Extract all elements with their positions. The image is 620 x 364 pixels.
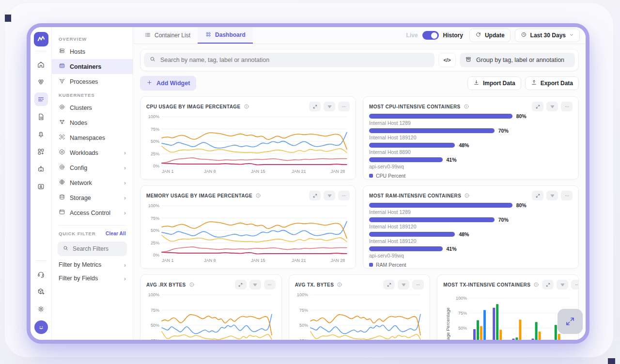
sidebar-item-label: Storage: [70, 195, 91, 201]
hosts-icon: [59, 47, 65, 56]
svg-text:25%: 25%: [151, 241, 159, 245]
add-widgets-icon[interactable]: [34, 145, 48, 158]
settings-icon[interactable]: [34, 302, 48, 316]
bar-row: 41%api-serv0-99wq: [369, 246, 573, 258]
search-bar[interactable]: [144, 53, 434, 67]
support-icon[interactable]: [34, 267, 48, 281]
live-label: Live: [406, 32, 418, 39]
sidebar-item-workloads[interactable]: Workloads›: [52, 145, 133, 160]
svg-text:25%: 25%: [151, 338, 159, 343]
bar-label: api-serv0-99wq: [369, 164, 573, 169]
query-syntax-button[interactable]: </>: [438, 53, 456, 67]
sidebar-item-label: Nodes: [70, 120, 87, 126]
identity-icon[interactable]: [34, 180, 48, 193]
app-logo: [34, 32, 48, 46]
chevron-right-icon: ›: [124, 195, 126, 201]
svg-text:50%: 50%: [458, 326, 467, 331]
sidebar-item-containers[interactable]: Containers: [52, 59, 133, 74]
svg-text:JAN 1: JAN 1: [162, 258, 174, 263]
filter-button[interactable]: [324, 102, 335, 111]
filters-icon[interactable]: [34, 92, 48, 106]
documents-icon[interactable]: [34, 110, 48, 123]
user-avatar[interactable]: [34, 320, 48, 334]
package-icon[interactable]: [34, 285, 48, 298]
date-range-dropdown[interactable]: Last 30 Days: [515, 29, 580, 42]
svg-text:100%: 100%: [148, 292, 159, 297]
decor-corner-top-left: [5, 15, 11, 22]
widget-cpu-usage: CPU USAGE BY IMAGE PERCENTAGE 0%25%50%75…: [140, 96, 356, 180]
svg-text:75%: 75%: [299, 308, 308, 313]
filter-button[interactable]: [324, 191, 335, 200]
widget-most-ram: MOST RAM-INTENSIVE CONTAINERS 80%Interna…: [363, 185, 579, 269]
sidebar-item-config[interactable]: Config›: [52, 160, 133, 175]
expand-button[interactable]: [235, 280, 247, 289]
sidebar-item-processes[interactable]: Processes: [52, 74, 133, 89]
filter-button[interactable]: [546, 191, 558, 200]
more-button[interactable]: [264, 280, 276, 289]
more-button[interactable]: [561, 102, 573, 111]
sidebar-item-clusters[interactable]: Clusters: [52, 100, 133, 115]
expand-button[interactable]: [542, 280, 554, 289]
clear-all-link[interactable]: Clear All: [106, 231, 126, 236]
tab-container-list[interactable]: Container List: [137, 27, 198, 44]
refresh-icon: [475, 31, 481, 39]
memory-usage-line-chart: 0%25%50%75%100%JAN 1JAN 8JAN 15JAN 21JAN…: [146, 202, 350, 265]
sidebar-item-filter-by-metrics[interactable]: Filter by Metrics›: [52, 258, 133, 272]
export-data-button[interactable]: Export Data: [525, 76, 579, 90]
import-data-button[interactable]: Import Data: [467, 76, 521, 90]
more-button[interactable]: [338, 102, 350, 111]
bar-label: Internal Host 8890: [369, 149, 573, 155]
expand-button[interactable]: [309, 191, 321, 200]
bar-value: 70%: [498, 128, 509, 134]
tab-dashboard[interactable]: Dashboard: [198, 27, 253, 44]
home-icon[interactable]: [34, 58, 48, 71]
more-button[interactable]: [561, 191, 573, 200]
legend-label: RAM Percent: [376, 262, 406, 268]
filter-button[interactable]: [249, 280, 261, 289]
containers-icon: [59, 62, 65, 71]
expand-button[interactable]: [383, 280, 395, 289]
sidebar-item-namespaces[interactable]: Namespaces: [52, 130, 133, 145]
more-button[interactable]: [571, 280, 579, 289]
group-by-selector[interactable]: Group by tag, label or annotation: [460, 53, 575, 67]
info-icon: [189, 282, 195, 288]
sidebar-item-label: Filter by Fields: [59, 275, 98, 282]
bar-value: 41%: [447, 157, 457, 163]
expand-button[interactable]: [309, 102, 321, 111]
alerts-icon[interactable]: [34, 127, 48, 141]
filter-search[interactable]: [58, 242, 127, 256]
sidebar-item-label: Network: [70, 180, 92, 186]
section-header-kubernetes: KUBERNETES: [52, 89, 133, 100]
sidebar-item-network[interactable]: Network›: [52, 175, 133, 190]
resources-icon[interactable]: [34, 75, 48, 89]
more-button[interactable]: [338, 191, 350, 200]
filter-button[interactable]: [398, 280, 409, 289]
sidebar-item-nodes[interactable]: Nodes: [52, 115, 133, 130]
live-history-toggle[interactable]: [422, 31, 439, 40]
info-icon: [533, 282, 539, 288]
legend-label: CPU Percent: [376, 173, 405, 179]
filter-button[interactable]: [546, 102, 558, 111]
search-input[interactable]: [160, 57, 429, 63]
expand-button[interactable]: [532, 191, 543, 200]
network-icon: [59, 179, 65, 187]
bar-value: 70%: [498, 217, 509, 223]
expand-dashboard-button[interactable]: [558, 309, 583, 334]
svg-text:50%: 50%: [151, 228, 159, 233]
more-button[interactable]: [412, 280, 424, 289]
assistant-icon[interactable]: [34, 162, 48, 176]
clusters-icon: [59, 104, 65, 112]
tx-line-chart: 0%25%50%75%100%JAN 1JAN 8JAN 15JAN 21JAN…: [295, 291, 424, 344]
rail-top-icons: [34, 56, 48, 195]
bar-label: Internal Host 1289: [369, 120, 573, 126]
add-widget-button[interactable]: Add Widget: [140, 76, 196, 91]
filter-search-input[interactable]: [73, 245, 122, 252]
sidebar-item-storage[interactable]: Storage›: [52, 190, 133, 205]
access-control-icon: [59, 209, 65, 217]
filter-button[interactable]: [557, 280, 568, 289]
sidebar-item-hosts[interactable]: Hosts: [52, 44, 133, 59]
expand-button[interactable]: [532, 102, 543, 111]
sidebar-item-filter-by-fields[interactable]: Filter by Fields›: [52, 272, 133, 285]
sidebar-item-access-control[interactable]: Access Control›: [52, 205, 133, 220]
update-button[interactable]: Update: [469, 29, 511, 42]
